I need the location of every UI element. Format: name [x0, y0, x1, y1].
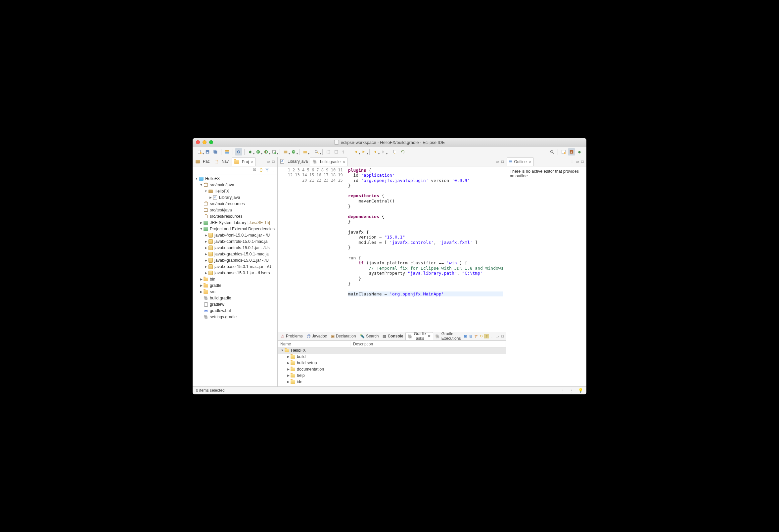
prev-annotation-button[interactable] [352, 148, 359, 155]
toggle-block-button[interactable] [333, 148, 340, 155]
gradle-tasks-tree[interactable]: ▼HelloFX ▶build▶build setup▶documentatio… [278, 347, 506, 386]
run-last-button[interactable] [271, 148, 278, 155]
tree-item[interactable]: src/test/java [193, 207, 277, 213]
save-all-button[interactable] [212, 148, 219, 155]
toggle-ws-button[interactable]: ¶ [341, 148, 348, 155]
col-name[interactable]: Name [278, 341, 351, 347]
tree-item[interactable]: ▼Project and External Dependencies [193, 226, 277, 232]
tab-package-explorer[interactable]: Pac [193, 157, 212, 166]
link-editor-icon[interactable] [259, 168, 263, 173]
close-icon[interactable]: ✕ [428, 334, 431, 338]
filters-icon[interactable] [265, 168, 269, 173]
link-selection-icon[interactable]: ⇕ [484, 334, 489, 338]
open-perspective-button[interactable] [560, 148, 567, 155]
close-window-button[interactable] [196, 140, 200, 144]
tree-item[interactable]: src/test/resources [193, 213, 277, 220]
code-content[interactable]: plugins { id 'application' id 'org.openj… [346, 167, 506, 332]
maximize-view-icon[interactable]: □ [271, 159, 276, 164]
close-icon[interactable]: ✕ [343, 160, 345, 164]
tree-item[interactable]: 🐘build.gradle [193, 295, 277, 302]
tab-navigator[interactable]: ⬚Navi [212, 157, 232, 166]
tree-jar-item[interactable]: ▶javafx-fxml-15.0.1-mac.jar - /U [193, 232, 277, 239]
open-type-button[interactable] [301, 148, 309, 155]
tree-project-root[interactable]: ▼HelloFX [193, 176, 277, 182]
pin-editor-button[interactable] [391, 148, 399, 155]
tree-item[interactable]: ▶JRE System Library [JavaSE-15] [193, 220, 277, 226]
toggle-breadcrumb-button[interactable] [223, 148, 231, 155]
tree-jar-item[interactable]: ▶javafx-base-15.0.1-mac.jar - /U [193, 264, 277, 270]
collapse-all-icon[interactable] [253, 168, 257, 173]
tab-gradle-executions[interactable]: 🐘Gradle Executions [433, 332, 463, 340]
minimize-editor-icon[interactable]: ▭ [495, 159, 499, 164]
minimize-view-icon[interactable]: ▭ [575, 159, 580, 164]
task-group[interactable]: ▶help [278, 373, 506, 379]
task-group[interactable]: ▶documentation [278, 366, 506, 373]
view-menu-icon[interactable]: ⋮ [489, 334, 494, 338]
maximize-view-icon[interactable]: □ [500, 334, 505, 338]
tab-search[interactable]: 🔦Search [358, 332, 380, 340]
tree-item[interactable]: 🐘settings.gradle [193, 314, 277, 320]
back-nav-button[interactable] [372, 148, 379, 155]
tree-item[interactable]: ▶gradle [193, 282, 277, 289]
editor-tab-build-gradle[interactable]: 🐘build.gradle✕ [310, 157, 348, 166]
debug-perspective-button[interactable] [576, 148, 583, 155]
refresh-button[interactable] [399, 148, 406, 155]
tree-jar-item[interactable]: ▶javafx-controls-15.0.1-mac.ja [193, 239, 277, 245]
tree-item[interactable]: ▼HelloFX [193, 188, 277, 195]
tree-jar-item[interactable]: ▶javafx-controls-15.0.1.jar - /Us [193, 245, 277, 251]
tree-item[interactable]: ▼src/main/java [193, 182, 277, 188]
project-tree[interactable]: ▼HelloFX ▼src/main/java ▼HelloFX ▶Librar… [193, 174, 277, 386]
tab-console[interactable]: ▤Console [380, 332, 405, 340]
tree-jar-item[interactable]: ▶javafx-base-15.0.1.jar - /Users [193, 270, 277, 276]
new-java-class-button[interactable]: C [290, 148, 297, 155]
task-project-root[interactable]: ▼HelloFX [278, 347, 506, 354]
tab-declaration[interactable]: ▣Declaration [329, 332, 358, 340]
maximize-editor-icon[interactable]: □ [500, 159, 505, 164]
forward-nav-button[interactable] [379, 148, 387, 155]
new-button[interactable] [196, 148, 203, 155]
collapse-all-icon[interactable]: ⊟ [468, 334, 473, 338]
quick-access-button[interactable] [548, 148, 556, 155]
expand-all-icon[interactable]: ⊞ [463, 334, 468, 338]
col-description[interactable]: Description [351, 341, 506, 347]
refresh-tasks-icon[interactable]: ↻ [479, 334, 483, 338]
new-java-package-button[interactable] [282, 148, 289, 155]
save-button[interactable] [204, 148, 211, 155]
next-annotation-button[interactable] [360, 148, 367, 155]
maximize-window-button[interactable] [209, 140, 213, 144]
tree-item[interactable]: src/main/resources [193, 201, 277, 207]
minimize-view-icon[interactable]: ▭ [495, 334, 499, 338]
close-icon[interactable]: ✕ [529, 160, 532, 164]
view-menu-icon[interactable]: ⋮ [271, 168, 275, 173]
java-perspective-button[interactable]: J [568, 148, 575, 155]
tip-icon[interactable]: 💡 [578, 388, 583, 393]
task-group[interactable]: ▶build [278, 354, 506, 360]
view-menu-icon[interactable]: ⋮ [570, 159, 574, 164]
toggle-mark-button[interactable] [324, 148, 332, 155]
tab-project-explorer[interactable]: Proj✕ [232, 157, 256, 166]
task-group[interactable]: ▶build setup [278, 360, 506, 366]
show-all-tasks-icon[interactable]: ⇄ [474, 334, 478, 338]
tab-gradle-tasks[interactable]: 🐘Gradle Tasks✕ [405, 332, 433, 340]
run-button[interactable] [254, 148, 262, 155]
tree-jar-item[interactable]: ▶javafx-graphics-15.0.1-mac.ja [193, 251, 277, 257]
tree-item[interactable]: ▶bin [193, 276, 277, 282]
minimize-window-button[interactable] [202, 140, 206, 144]
close-icon[interactable]: ✕ [251, 160, 253, 164]
skip-breakpoints-button[interactable] [235, 148, 242, 155]
tab-problems[interactable]: ⚠Problems [279, 332, 305, 340]
tree-item[interactable]: ▶src [193, 289, 277, 295]
tree-item[interactable]: ▶Library.java [193, 195, 277, 201]
maximize-view-icon[interactable]: □ [580, 159, 585, 164]
minimize-view-icon[interactable]: ▭ [266, 159, 271, 164]
search-button[interactable] [313, 148, 320, 155]
tree-jar-item[interactable]: ▶javafx-graphics-15.0.1.jar - /U [193, 257, 277, 264]
tree-item[interactable]: gradlew [193, 302, 277, 308]
debug-button[interactable] [247, 148, 254, 155]
code-editor[interactable]: 1 2 3 4 5 6 7 8 9 10 11 12 13 14 15 16 1… [278, 167, 506, 332]
coverage-button[interactable] [262, 148, 270, 155]
task-group[interactable]: ▶ide [278, 379, 506, 385]
tab-javadoc[interactable]: @Javadoc [305, 332, 329, 340]
tab-outline[interactable]: ☰Outline✕ [506, 157, 533, 166]
editor-tab-library[interactable]: Library.java [278, 157, 310, 166]
